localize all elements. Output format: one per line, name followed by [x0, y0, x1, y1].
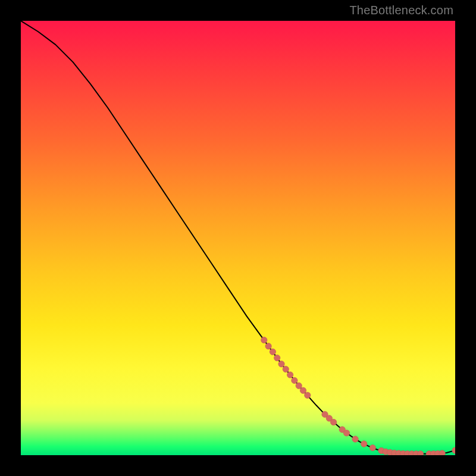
sample-marker: [439, 450, 445, 455]
sample-marker: [300, 387, 306, 393]
marker-layer: [261, 337, 455, 455]
sample-marker: [287, 372, 293, 378]
bottleneck-curve: [21, 21, 455, 454]
plot-area: [21, 21, 455, 455]
curve-layer: [21, 21, 455, 454]
sample-marker: [452, 447, 455, 453]
sample-marker: [361, 441, 367, 447]
sample-marker: [305, 392, 311, 398]
sample-marker: [274, 355, 280, 361]
sample-marker: [265, 343, 271, 349]
sample-marker: [283, 366, 289, 372]
chart-svg: [21, 21, 455, 455]
watermark-text: TheBottleneck.com: [349, 4, 453, 17]
sample-marker: [270, 349, 275, 355]
sample-marker: [292, 377, 298, 383]
sample-marker: [296, 383, 302, 389]
chart-frame: TheBottleneck.com: [0, 0, 476, 476]
sample-marker: [417, 451, 423, 455]
sample-marker: [343, 430, 349, 436]
sample-marker: [369, 444, 375, 450]
sample-marker: [278, 361, 284, 367]
sample-marker: [352, 436, 358, 442]
sample-marker: [330, 419, 336, 425]
sample-marker: [261, 337, 267, 343]
